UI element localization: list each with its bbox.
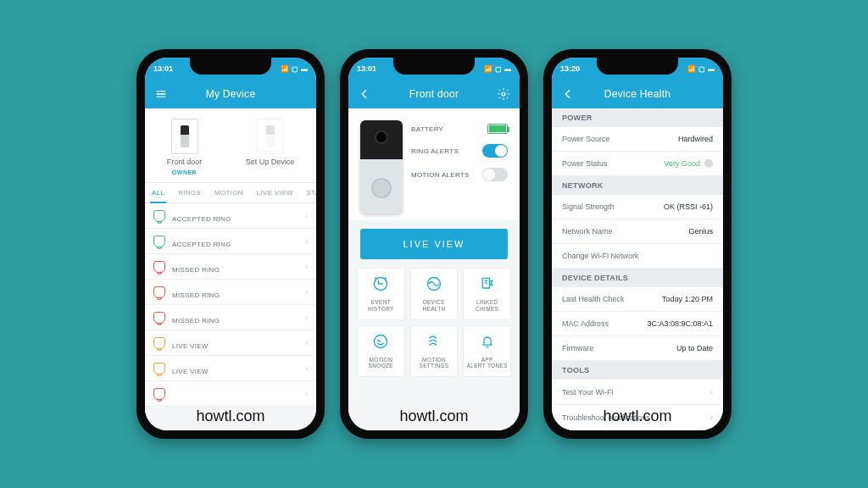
- kv-value: Hardwired: [678, 135, 713, 143]
- doorbell-icon: [171, 119, 198, 154]
- hamburger-icon[interactable]: [153, 87, 169, 101]
- screen: 13:01 📶▢▬ My Device Front door OWNER: [145, 58, 316, 430]
- wifi-icon: ▢: [292, 65, 298, 73]
- kv-row[interactable]: Troubleshoot Notifications›: [552, 405, 723, 430]
- gear-icon[interactable]: [496, 87, 511, 101]
- status-icons: 📶▢▬: [687, 65, 715, 73]
- bell-icon: [153, 286, 165, 298]
- event-time: [172, 259, 298, 265]
- event-time: [172, 310, 298, 316]
- bell-icon: [153, 236, 165, 247]
- tab-rings[interactable]: RINGS: [171, 183, 208, 202]
- ring-alerts-toggle[interactable]: [482, 144, 508, 158]
- grid-card[interactable]: LINKEDCHIMES: [463, 268, 511, 320]
- section-header: POWER: [552, 108, 723, 127]
- grid-card[interactable]: DEVICEHEALTH: [410, 268, 459, 320]
- wifi-icon: ▢: [495, 65, 502, 73]
- ring-alerts-label: RING ALERTS: [411, 147, 459, 155]
- battery-row: BATTERY: [411, 124, 508, 134]
- event-row[interactable]: LIVE VIEW›: [145, 356, 316, 381]
- event-type: MISSED RING: [172, 317, 298, 324]
- event-text: [172, 391, 298, 397]
- section-header: TOOLS: [552, 361, 723, 380]
- status-icons: 📶▢▬: [281, 65, 308, 73]
- bell-icon: [153, 261, 165, 273]
- controls: BATTERY RING ALERTS MOTION ALERTS: [411, 120, 508, 214]
- grid-label: MOTIONSETTINGS: [420, 357, 449, 370]
- bell-icon: [153, 312, 165, 324]
- kv-key: Test Your Wi-Fi: [562, 388, 614, 396]
- tab-starred[interactable]: STARR: [300, 183, 317, 202]
- grid-card[interactable]: APPALERT TONES: [463, 325, 511, 378]
- event-type: ACCEPTED RING: [172, 215, 298, 223]
- kv-key: Last Health Check: [562, 295, 625, 303]
- grid-label: MOTIONSNOOZE: [369, 357, 393, 370]
- kv-key: Firmware: [562, 344, 594, 352]
- event-row[interactable]: ACCEPTED RING›: [145, 229, 316, 254]
- device-setup[interactable]: Set Up Device: [246, 119, 295, 175]
- kv-value: Genius: [688, 227, 713, 236]
- event-type: LIVE VIEW: [172, 342, 298, 350]
- live-view-button[interactable]: LIVE VIEW: [360, 229, 508, 259]
- chevron-right-icon: ›: [305, 237, 308, 246]
- device-hero: BATTERY RING ALERTS MOTION ALERTS: [348, 108, 520, 220]
- nav-bar: Front door: [348, 80, 520, 108]
- kv-value: Very Good: [664, 159, 713, 168]
- bell-icon: [153, 363, 165, 374]
- event-tabs: ALL RINGS MOTION LIVE VIEW STARR: [145, 183, 316, 203]
- chevron-right-icon: ›: [710, 413, 713, 422]
- event-text: LIVE VIEW: [172, 361, 298, 375]
- content[interactable]: POWERPower SourceHardwiredPower StatusVe…: [552, 108, 723, 430]
- svg-point-3: [502, 92, 505, 96]
- grid-card[interactable]: EVENTHISTORY: [357, 268, 405, 320]
- event-row[interactable]: ›: [145, 381, 316, 407]
- chevron-right-icon: ›: [710, 387, 713, 396]
- kv-value: Up to Date: [676, 344, 713, 352]
- tab-motion[interactable]: MOTION: [208, 183, 250, 202]
- grid-label: LINKEDCHIMES: [476, 299, 498, 313]
- event-time: [172, 234, 298, 240]
- kv-row[interactable]: Test Your Wi-Fi›: [552, 380, 723, 405]
- event-type: MISSED RING: [172, 291, 298, 299]
- kv-row: Signal StrengthOK (RSSI -61): [552, 195, 723, 219]
- waves-icon: [426, 333, 442, 353]
- event-row[interactable]: MISSED RING›: [145, 280, 316, 305]
- back-icon[interactable]: [357, 87, 372, 101]
- event-row[interactable]: MISSED RING›: [145, 254, 316, 280]
- ring-alerts-row: RING ALERTS: [411, 144, 508, 158]
- back-icon[interactable]: [560, 87, 576, 101]
- battery-icon: [487, 124, 508, 134]
- motion-alerts-toggle[interactable]: [482, 168, 508, 181]
- device-name: Front door: [167, 158, 203, 166]
- event-time: [172, 285, 298, 291]
- grid-card[interactable]: MOTIONSETTINGS: [410, 325, 459, 378]
- event-list[interactable]: ACCEPTED RING› ACCEPTED RING› MISSED RIN…: [145, 203, 316, 407]
- event-row[interactable]: ACCEPTED RING›: [145, 203, 316, 229]
- event-time: [172, 336, 298, 341]
- kv-key: Power Status: [562, 159, 608, 168]
- kv-key: Change Wi-Fi Network: [562, 252, 639, 260]
- kv-row: MAC Address3C:A3:08:9C:08:A1: [552, 312, 723, 336]
- nav-title: My Device: [169, 88, 292, 100]
- device-front-door[interactable]: Front door OWNER: [167, 119, 203, 175]
- tab-live-view[interactable]: LIVE VIEW: [250, 183, 300, 202]
- kv-key: Network Name: [562, 227, 613, 236]
- bell-icon: [153, 388, 165, 400]
- battery-label: BATTERY: [411, 125, 443, 133]
- event-type: MISSED RING: [172, 266, 298, 274]
- motion-alerts-label: MOTION ALERTS: [411, 171, 470, 179]
- notch: [597, 58, 678, 75]
- event-row[interactable]: MISSED RING›: [145, 305, 316, 330]
- chevron-right-icon: ›: [305, 339, 308, 347]
- bell-icon: [153, 210, 165, 222]
- event-text: MISSED RING: [172, 259, 298, 274]
- stage: 13:01 📶▢▬ My Device Front door OWNER: [0, 0, 868, 488]
- kv-row: Last Health CheckToday 1:20 PM: [552, 287, 723, 312]
- tab-all[interactable]: ALL: [145, 183, 171, 202]
- event-row[interactable]: LIVE VIEW›: [145, 330, 316, 356]
- kv-row[interactable]: Change Wi-Fi Network: [552, 244, 723, 269]
- section-header: NETWORK: [552, 176, 723, 195]
- grid-card[interactable]: MOTIONSNOOZE: [357, 325, 405, 378]
- kv-key: Power Source: [562, 135, 610, 143]
- kv-key: MAC Address: [562, 319, 609, 328]
